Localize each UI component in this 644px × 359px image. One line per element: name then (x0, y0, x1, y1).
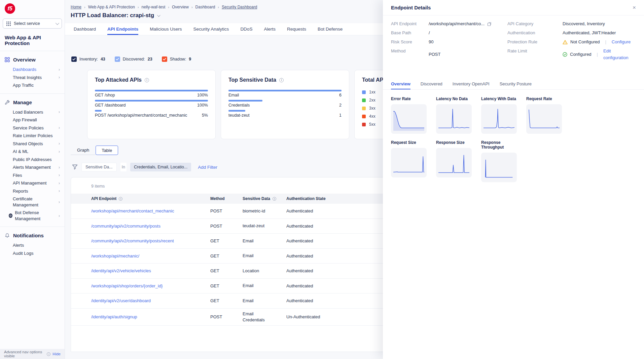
sparkline (391, 104, 427, 134)
sidebar-item-bot-defense-management[interactable]: Bot Defense Management › (0, 209, 65, 223)
tab-bot-defense[interactable]: Bot Defense (318, 23, 343, 35)
sidebar-item-certificate-management[interactable]: Certificate Management› (0, 195, 65, 209)
tab-malicious-users[interactable]: Malicious Users (150, 23, 182, 35)
chevron-right-icon: › (59, 214, 60, 218)
tab-dashboard[interactable]: Dashboard (74, 23, 96, 35)
checkbox-shadow[interactable]: Shadow:9 (162, 56, 191, 62)
latency-no-data-chart: Latency No Data (436, 96, 472, 134)
protection-rule-value: Not Configured | Configure (563, 39, 636, 45)
app-root: f5 Select service Web App & API Protecti… (0, 0, 644, 359)
sidebar-item-alerts[interactable]: Alerts (0, 241, 65, 249)
checkbox-inventory[interactable]: Inventory:43 (71, 56, 105, 62)
edit-configuration-link[interactable]: Edit configuration (603, 48, 636, 61)
select-service-dropdown[interactable]: Select service (3, 18, 62, 29)
base-path-value: / (429, 30, 507, 36)
tab-api-endpoints[interactable]: API Endpoints (107, 23, 138, 35)
info-icon[interactable]: i (119, 197, 122, 201)
table-view-button[interactable]: Table (96, 146, 118, 155)
close-icon[interactable]: × (633, 5, 636, 10)
breadcrumb-security-dashboard[interactable]: Security Dashboard (222, 5, 257, 9)
panel-tab-inventory-openapi[interactable]: Inventory OpenAPI (453, 79, 490, 89)
endpoint-link[interactable]: /workshop/api/merchant/contact_mechanic (91, 208, 210, 213)
latency-with-data-chart: Latency With Data (481, 96, 517, 134)
filter-funnel-icon (72, 164, 78, 170)
tab-alerts[interactable]: Alerts (264, 23, 276, 35)
panel-tab-security-posture[interactable]: Security Posture (500, 79, 532, 89)
chevron-right-icon: › (59, 181, 60, 185)
card-title: Top Attacked APIs (95, 77, 142, 83)
col-method[interactable]: Method (210, 196, 225, 201)
breadcrumb-namespace[interactable]: nelly-waf-test (142, 5, 166, 9)
info-icon[interactable]: i (145, 78, 149, 82)
sidebar-item-dashboards[interactable]: Dashboards› (0, 66, 65, 74)
sidebar-item-audit-logs[interactable]: Audit Logs (0, 249, 65, 257)
filter-values-chip[interactable]: Credentials, Email, Locatio... (130, 163, 191, 171)
info-icon[interactable]: i (47, 352, 50, 356)
panel-tab-discovered[interactable]: Discovered (421, 79, 442, 89)
info-icon[interactable]: i (273, 197, 276, 201)
response-throughput-chart: Response Throughput (481, 140, 517, 182)
sidebar-item-reports[interactable]: Reports› (0, 187, 65, 195)
sidebar-header-overview[interactable]: Overview (0, 54, 65, 66)
col-sensitive-data[interactable]: Sensitive Data (243, 196, 270, 201)
breadcrumb-waap[interactable]: Web App & API Protection (88, 5, 135, 9)
field-label: Risk Score (391, 39, 429, 45)
f5-logo: f5 (5, 3, 15, 14)
checkbox-icon (162, 56, 167, 62)
sidebar-item-rate-limiter-policies[interactable]: Rate Limiter Policies (0, 132, 65, 140)
sidebar-item-files[interactable]: Files› (0, 171, 65, 180)
endpoint-link[interactable]: /community/api/v2/community/posts (91, 224, 210, 229)
breadcrumb-dashboard[interactable]: Dashboard (195, 5, 215, 9)
rate-limit-value: Configured | Edit configuration (563, 48, 636, 61)
legend-swatch (362, 115, 366, 118)
field-label: API Endpoint (391, 21, 429, 27)
add-filter-button[interactable]: Add Filter (198, 165, 217, 170)
sidebar-item-shared-objects[interactable]: Shared Objects› (0, 140, 65, 148)
chevron-down-icon[interactable] (157, 13, 160, 17)
legend-swatch (362, 90, 366, 94)
sidebar-item-app-firewall[interactable]: App Firewall (0, 116, 65, 124)
bar-row: GET /dashboard100% (95, 100, 208, 108)
breadcrumb-overview[interactable]: Overview (172, 5, 189, 9)
endpoint-link[interactable]: /identity/api/v2/vehicle/vehicles (91, 268, 210, 273)
filter-operator-chip[interactable]: In (120, 163, 127, 171)
divider: | (605, 39, 606, 45)
card-title: Total API (362, 77, 385, 83)
chevron-right-icon: › (59, 189, 60, 193)
endpoint-link[interactable]: /workshop/api/mechanic/ (91, 253, 210, 258)
sidebar-header-notifications[interactable]: Notifications (0, 230, 65, 241)
sidebar-item-threat-insights[interactable]: Threat Insights› (0, 74, 65, 82)
sidebar-item-public-ip-addresses[interactable]: Public IP Addresses (0, 156, 65, 164)
configure-link[interactable]: Configure (612, 39, 631, 45)
api-endpoint-value: /workshop/api/merchant/co... (429, 21, 507, 27)
endpoint-link[interactable]: /identity/api/v2/user/dashboard (91, 298, 210, 303)
sidebar-header-manage[interactable]: Manage (0, 96, 65, 108)
sidebar-item-app-traffic[interactable]: App Traffic (0, 81, 65, 89)
endpoint-link[interactable]: /community/api/v2/community/posts/recent (91, 238, 210, 243)
endpoint-link[interactable]: /workshop/api/shop/orders/{order_id} (91, 283, 210, 288)
sidebar-item-api-management[interactable]: API Management› (0, 179, 65, 187)
tab-requests[interactable]: Requests (287, 23, 306, 35)
sidebar-item-alerts-management[interactable]: Alerts Management› (0, 163, 65, 171)
panel-tab-overview[interactable]: Overview (391, 79, 410, 89)
breadcrumb-home[interactable]: Home (71, 5, 81, 9)
col-api-endpoint[interactable]: API Endpoint (91, 196, 116, 201)
hide-nav-button[interactable]: Hide (52, 352, 61, 356)
sidebar-item-ai-ml[interactable]: AI & ML› (0, 148, 65, 156)
request-rate-chart: Request Rate (526, 96, 562, 134)
copy-icon[interactable] (487, 22, 492, 26)
tab-security-analytics[interactable]: Security Analytics (193, 23, 229, 35)
checkbox-discovered[interactable]: Discovered:23 (115, 56, 152, 62)
sparkline (436, 104, 472, 134)
endpoint-link[interactable]: /identity/api/auth/signup (91, 314, 210, 319)
apps-grid-icon (6, 22, 11, 26)
tab-ddos[interactable]: DDoS (240, 23, 252, 35)
col-auth-state[interactable]: Authentication State (286, 196, 326, 201)
info-icon[interactable]: i (279, 78, 284, 82)
sidebar-item-service-policies[interactable]: Service Policies› (0, 124, 65, 132)
bar-row: Credentials2 (228, 100, 342, 108)
sidebar-item-load-balancers[interactable]: Load Balancers› (0, 108, 65, 116)
graph-view-button[interactable]: Graph (71, 146, 96, 155)
filter-field-chip[interactable]: Sensitive Da... (81, 163, 117, 171)
legend-swatch (362, 123, 366, 126)
